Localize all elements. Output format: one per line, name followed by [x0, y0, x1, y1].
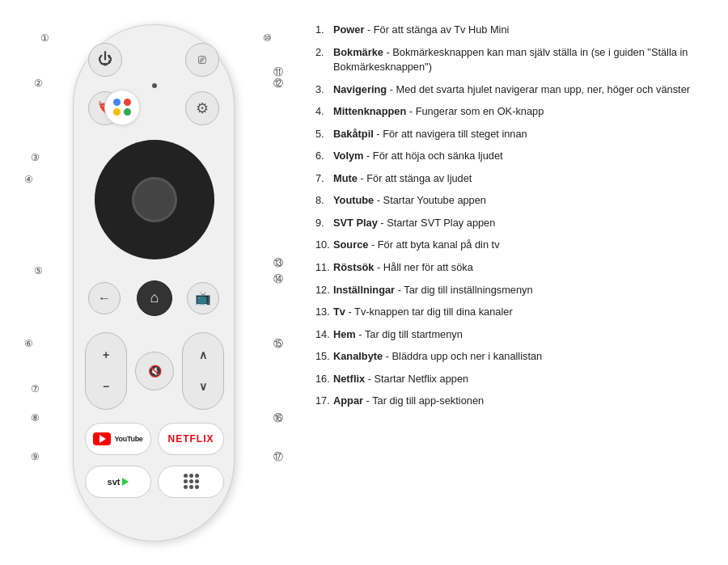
instruction-num: 9. — [315, 216, 333, 231]
svt-button[interactable]: svt — [85, 466, 151, 498]
source-button[interactable]: ⎚ — [185, 43, 219, 77]
label-3: ③ — [31, 152, 40, 163]
home-button[interactable]: ⌂ — [137, 280, 172, 316]
instruction-num: 14. — [315, 327, 333, 343]
instruction-item-10: 10. Source - För att byta kanal på din t… — [315, 238, 705, 253]
back-icon: ← — [98, 291, 111, 306]
netflix-label: NETFLIX — [168, 433, 214, 445]
instruction-text: Bokmärke - Bokmärkesknappen kan man själ… — [333, 45, 705, 75]
instruction-text: Kanalbyte - Bläddra upp och ner i kanall… — [333, 349, 542, 365]
app-row-1: YouTube NETFLIX — [85, 423, 224, 455]
apps-icon — [184, 474, 199, 489]
label-9: ⑨ — [31, 451, 40, 462]
instruction-num: 8. — [315, 193, 333, 209]
instruction-num: 13. — [315, 305, 333, 320]
nav-wheel[interactable] — [95, 140, 214, 259]
instruction-item-15: 15. Kanalbyte - Bläddra upp och ner i ka… — [315, 349, 705, 365]
instruction-item-16: 16. Netflix - Startar Netflix appen — [315, 372, 705, 387]
instruction-num: 12. — [315, 283, 333, 298]
svt-icon — [122, 478, 129, 486]
instruction-item-9: 9. SVT Play - Startar SVT Play appen — [315, 216, 705, 231]
settings-button[interactable]: ⚙ — [185, 91, 219, 125]
instruction-num: 17. — [315, 394, 333, 409]
apps-button[interactable] — [158, 466, 224, 498]
settings-icon: ⚙ — [196, 99, 209, 117]
instruction-item-17: 17. Appar - Tar dig till app-sektionen — [315, 394, 705, 409]
instruction-text: Appar - Tar dig till app-sektionen — [333, 394, 484, 409]
label-11: ⑪ — [273, 66, 283, 78]
instruction-num: 11. — [315, 260, 333, 276]
instruction-list: 1. Power - För att stänga av Tv Hub Mini… — [315, 23, 705, 409]
home-icon: ⌂ — [150, 289, 159, 306]
instruction-text: SVT Play - Startar SVT Play appen — [333, 216, 495, 231]
instruction-text: Netflix - Startar Netflix appen — [333, 372, 468, 387]
tv-button[interactable]: 📺 — [187, 282, 219, 314]
volume-pill[interactable]: + − — [85, 332, 127, 410]
assistant-icon — [113, 99, 131, 116]
instruction-text: Hem - Tar dig till startmenyn — [333, 327, 463, 343]
power-icon: ⏻ — [98, 51, 112, 68]
tv-icon: 📺 — [195, 290, 211, 306]
instruction-text: Volym - För att höja och sänka ljudet — [333, 149, 503, 164]
instruction-text: Röstsök - Håll ner för att söka — [333, 260, 473, 276]
instruction-num: 1. — [315, 23, 333, 38]
instruction-item-13: 13. Tv - Tv-knappen tar dig till dina ka… — [315, 305, 705, 320]
instruction-item-7: 7. Mute - För att stänga av ljudet — [315, 171, 705, 187]
channel-down-icon[interactable]: ∨ — [199, 380, 207, 393]
label-4: ④ — [24, 174, 33, 185]
back-button[interactable]: ← — [88, 282, 121, 314]
instruction-num: 10. — [315, 238, 333, 253]
instruction-num: 3. — [315, 82, 333, 98]
instruction-item-6: 6. Volym - För att höja och sänka ljudet — [315, 149, 705, 164]
instruction-item-2: 2. Bokmärke - Bokmärkesknappen kan man s… — [315, 45, 705, 75]
instruction-text: Power - För att stänga av Tv Hub Mini — [333, 23, 509, 38]
label-10: ⑩ — [263, 32, 272, 44]
youtube-label: YouTube — [114, 435, 142, 443]
label-2: ② — [34, 78, 43, 89]
mute-button[interactable]: 🔇 — [135, 352, 174, 390]
instruction-num: 5. — [315, 127, 333, 142]
instruction-num: 7. — [315, 171, 333, 187]
label-17: ⑰ — [273, 451, 283, 463]
volume-cluster: + − 🔇 ∧ ∨ — [85, 331, 224, 411]
instruction-item-11: 11. Röstsök - Håll ner för att söka — [315, 260, 705, 276]
label-16: ⑯ — [273, 412, 283, 424]
ok-button[interactable] — [132, 177, 177, 222]
channel-up-icon[interactable]: ∧ — [199, 348, 207, 361]
instruction-text: Source - För att byta kanal på din tv — [333, 238, 500, 253]
volume-up-icon[interactable]: + — [103, 348, 109, 361]
youtube-icon — [93, 432, 111, 445]
instruction-num: 4. — [315, 104, 333, 120]
instruction-text: Inställningar - Tar dig till inställning… — [333, 283, 533, 298]
instruction-num: 2. — [315, 45, 333, 61]
power-button[interactable]: ⏻ — [88, 43, 122, 77]
instruction-text: Navigering - Med det svarta hjulet navig… — [333, 82, 690, 98]
assistant-button[interactable] — [104, 90, 140, 125]
instruction-text: Mute - För att stänga av ljudet — [333, 171, 472, 187]
svt-label: svt — [108, 477, 121, 487]
label-15: ⑮ — [273, 338, 283, 350]
remote-section: ① ② ③ ④ ⑤ ⑥ ⑦ ⑧ ⑨ ⑩ ⑪ ⑫ ⑬ ⑭ ⑮ ⑯ ⑰ ⏻ ⎚ 🔖 — [0, 0, 307, 565]
instruction-item-3: 3. Navigering - Med det svarta hjulet na… — [315, 82, 705, 98]
source-icon: ⎚ — [198, 53, 206, 67]
channel-pill[interactable]: ∧ ∨ — [182, 332, 224, 410]
label-6: ⑥ — [24, 338, 33, 349]
mic-dot — [152, 83, 157, 88]
instruction-text: Mittenknappen - Fungerar som en OK-knapp — [333, 104, 544, 120]
instruction-item-5: 5. Bakåtpil - För att navigera till steg… — [315, 127, 705, 142]
netflix-button[interactable]: NETFLIX — [158, 423, 224, 455]
mute-icon: 🔇 — [148, 365, 162, 377]
label-12: ⑫ — [273, 78, 283, 90]
label-1: ① — [40, 32, 49, 44]
instruction-item-4: 4. Mittenknappen - Fungerar som en OK-kn… — [315, 104, 705, 120]
label-14: ⑭ — [273, 273, 283, 285]
instruction-item-14: 14. Hem - Tar dig till startmenyn — [315, 327, 705, 343]
youtube-button[interactable]: YouTube — [85, 423, 151, 455]
volume-down-icon[interactable]: − — [103, 380, 109, 393]
instruction-text: Bakåtpil - För att navigera till steget … — [333, 127, 527, 142]
instructions-section: 1. Power - För att stänga av Tv Hub Mini… — [307, 0, 728, 565]
instruction-num: 16. — [315, 372, 333, 387]
label-13: ⑬ — [273, 257, 283, 269]
label-8: ⑧ — [31, 412, 40, 424]
app-row-2: svt — [85, 466, 224, 498]
